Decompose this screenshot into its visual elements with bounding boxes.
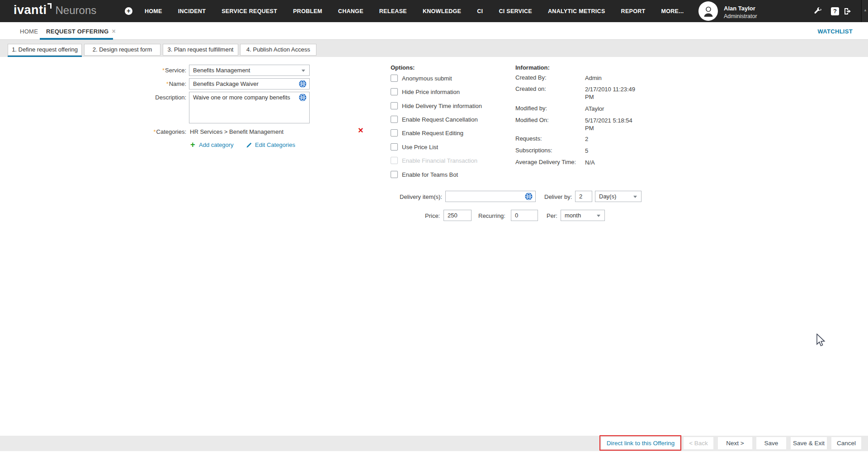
edit-categories-link[interactable]: Edit Categories [255,141,295,148]
option-hide-delivery-time: Hide Delivery Time information [391,102,482,109]
price-input[interactable] [443,210,472,221]
cancel-button[interactable]: Cancel [831,437,861,449]
remove-category-icon[interactable]: × [358,126,363,135]
description-textarea[interactable]: Waive one or more company benefits [189,92,310,123]
step-tab-plan[interactable]: 3. Plan request fulfillment [163,44,238,56]
info-avg-delivery-label: Average Delivery Time: [515,159,576,165]
nav-report[interactable]: REPORT [621,8,646,14]
user-avatar[interactable] [698,1,718,21]
nav-problem[interactable]: PROBLEM [293,8,322,14]
checkbox[interactable] [391,116,398,123]
option-enable-editing: Enable Request Editing [391,129,463,137]
nav-change[interactable]: CHANGE [338,8,363,14]
add-workspace-icon[interactable]: + [125,7,132,15]
service-label: *Service: [123,67,186,74]
logout-icon[interactable] [844,7,852,16]
chevron-down-icon[interactable] [633,196,637,198]
checkbox[interactable] [391,143,398,151]
info-created-by-value: Admin [585,74,646,82]
nav-service-request[interactable]: SERVICE REQUEST [222,8,277,14]
scrollbar-track[interactable]: ▲ [861,0,868,22]
required-marker: * [166,80,169,87]
name-input[interactable] [189,78,310,89]
checkbox[interactable] [391,88,398,95]
checkbox[interactable] [391,171,398,178]
info-modified-by-value: ATaylor [585,105,646,113]
step-tab-design[interactable]: 2. Design request form [84,44,160,56]
app-window: ivanti Neurons + HOME INCIDENT SERVICE R… [0,0,868,466]
price-label: Price: [425,212,440,219]
translate-globe-icon[interactable] [299,94,307,101]
back-button: < Back [684,437,713,449]
checkbox[interactable] [391,102,398,109]
checkbox[interactable] [391,129,398,137]
per-label: Per: [547,212,557,219]
step-tab-define[interactable]: 1. Define request offering [8,44,82,56]
direct-link-button[interactable]: Direct link to this Offering [601,437,680,449]
delivery-items-input[interactable] [445,191,536,202]
description-value: Waive one or more company benefits [193,94,290,101]
categories-label: *Categories: [123,128,186,135]
person-icon [702,5,715,18]
tab-home[interactable]: HOME [20,28,38,35]
chevron-down-icon[interactable] [302,70,305,72]
option-label: Hide Price information [402,89,460,95]
info-avg-delivery-value: N/A [585,159,646,166]
tab-request-offering[interactable]: REQUEST OFFERING× [46,28,116,35]
required-marker: * [162,67,165,74]
edit-pencil-icon[interactable] [246,142,252,148]
option-hide-price: Hide Price information [391,88,460,95]
service-dropdown-value: Benefits Management [193,67,250,74]
settings-wrench-icon[interactable] [813,7,822,15]
service-dropdown[interactable]: Benefits Management [189,65,310,76]
help-icon[interactable]: ? [831,7,839,15]
next-button[interactable]: Next > [718,437,752,449]
nav-incident[interactable]: INCIDENT [178,8,206,14]
save-exit-button[interactable]: Save & Exit [791,437,827,449]
mouse-cursor [816,334,828,347]
close-icon[interactable]: × [112,28,115,35]
option-label: Anonymous submit [402,75,452,82]
nav-release[interactable]: RELEASE [379,8,407,14]
options-title: Options: [391,64,415,71]
information-title: Information: [515,64,550,71]
watchlist-link[interactable]: WATCHLIST [817,28,853,35]
per-value: month [565,212,581,219]
info-modified-on-label: Modified On: [515,117,549,123]
nav-knowledge[interactable]: KNOWLEDGE [423,8,461,14]
add-category-link[interactable]: Add category [199,141,234,148]
scroll-up-icon[interactable]: ▲ [863,8,867,12]
option-teams-bot: Enable for Teams Bot [391,171,458,178]
checkbox[interactable] [391,75,398,82]
nav-ci-service[interactable]: CI SERVICE [499,8,532,14]
save-button[interactable]: Save [756,437,786,449]
brand-neurons: Neurons [56,4,97,17]
main-nav: HOME INCIDENT SERVICE REQUEST PROBLEM CH… [145,0,684,22]
nav-home[interactable]: HOME [145,8,162,14]
deliver-unit-dropdown[interactable]: Day(s) [595,191,642,202]
step-tab-publish[interactable]: 4. Publish Action Access [240,44,316,56]
nav-analytic-metrics[interactable]: ANALYTIC METRICS [548,8,605,14]
per-dropdown[interactable]: month [561,210,605,221]
nav-more[interactable]: MORE... [661,8,684,14]
translate-globe-icon[interactable] [525,193,533,200]
description-label: Description: [123,94,186,101]
chevron-down-icon[interactable] [597,215,600,217]
info-created-on-value: 2/17/2010 11:23:49 PM [585,85,640,101]
add-category-plus-icon[interactable]: + [190,141,195,149]
deliver-by-input[interactable] [575,191,592,202]
translate-globe-icon[interactable] [299,80,307,88]
info-requests-value: 2 [585,135,646,143]
categories-value: HR Services > Benefit Management [190,128,283,135]
option-label: Enable Request Cancellation [402,116,478,123]
user-role: Administrator [724,13,757,19]
name-label: *Name: [123,80,186,87]
brand-logo: ivanti Neurons [14,3,96,17]
nav-ci[interactable]: CI [477,8,483,14]
recurring-input[interactable] [511,210,538,221]
categories-label-text: Categories: [156,128,186,135]
name-label-text: Name: [169,80,186,87]
option-anonymous-submit: Anonymous submit [391,75,452,82]
info-modified-on-value: 5/17/2021 5:18:54 PM [585,117,640,132]
define-request-offering-panel: *Service: *Name: Description: *Categorie… [0,57,868,436]
